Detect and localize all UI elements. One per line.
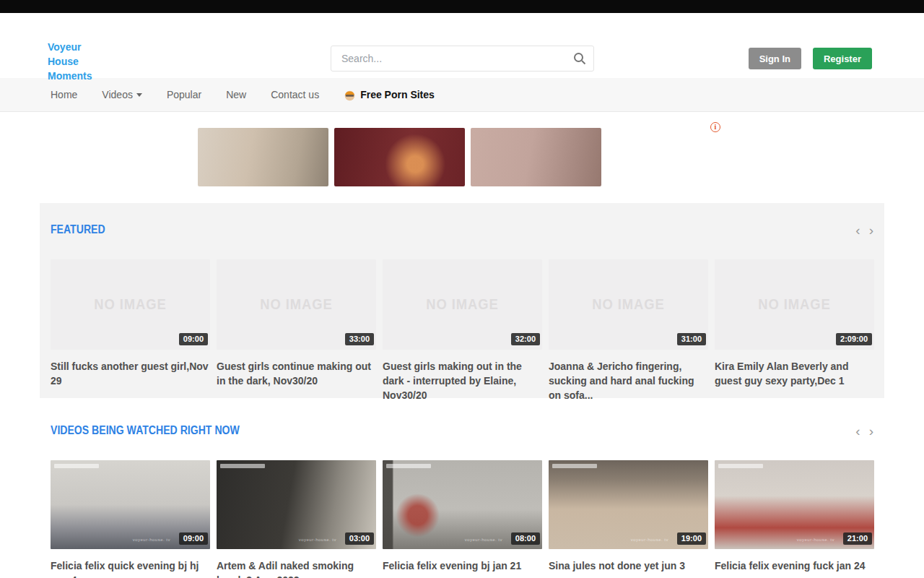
carousel-prev-icon[interactable]: ‹ xyxy=(855,424,860,438)
duration-badge: 08:00 xyxy=(511,532,540,545)
video-title[interactable]: Still fucks another guest girl,Nov 29 xyxy=(51,359,210,388)
video-title[interactable]: Joanna & Jericho fingering, sucking and … xyxy=(549,359,708,402)
thumbnail-watermark: voyeur-house. tv xyxy=(465,538,502,542)
ad-thumbnail-3[interactable] xyxy=(471,128,601,186)
video-title[interactable]: Felicia felix quick evening bj hj nov 4 xyxy=(51,558,210,578)
register-button[interactable]: Register xyxy=(813,48,872,69)
top-black-bar xyxy=(0,0,924,13)
watching-card-5[interactable]: voyeur-house. tv 21:00 Felicia felix eve… xyxy=(715,460,874,578)
video-thumbnail[interactable]: NO IMAGE 33:00 xyxy=(217,259,376,350)
site-header: Voyeur House Moments Sign In Register xyxy=(0,13,924,78)
duration-badge: 32:00 xyxy=(511,333,540,345)
watching-section: VIDEOS BEING WATCHED RIGHT NOW ‹ › voyeu… xyxy=(40,424,884,578)
main-nav: Home Videos Popular New Contact us Free … xyxy=(0,78,924,112)
nav-item-popular[interactable]: Popular xyxy=(167,89,201,100)
video-title[interactable]: Felicia felix evening bj jan 21 xyxy=(383,558,542,573)
video-title[interactable]: Felicia felix evening fuck jan 24 xyxy=(715,558,874,573)
duration-badge: 31:00 xyxy=(677,333,706,345)
nav-promo-label: Free Porn Sites xyxy=(360,89,435,100)
chevron-down-icon xyxy=(136,93,142,97)
thumbnail-watermark: voyeur-house. tv xyxy=(631,538,668,542)
video-thumbnail[interactable]: voyeur-house. tv 19:00 xyxy=(549,460,708,549)
search-box xyxy=(331,46,594,72)
search-icon xyxy=(572,51,587,66)
watching-section-head: VIDEOS BEING WATCHED RIGHT NOW ‹ › xyxy=(51,424,873,437)
video-title[interactable]: Artem & Adil naked smoking break 3 Aug 2… xyxy=(217,558,376,578)
logo-line-2: House xyxy=(48,54,92,69)
nav-item-free-porn-sites[interactable]: Free Porn Sites xyxy=(344,89,435,101)
nav-item-contact-us[interactable]: Contact us xyxy=(271,89,319,100)
no-image-placeholder: NO IMAGE xyxy=(94,296,166,313)
video-thumbnail[interactable]: NO IMAGE 31:00 xyxy=(549,259,708,350)
no-image-placeholder: NO IMAGE xyxy=(260,296,332,313)
auth-buttons: Sign In Register xyxy=(749,48,872,69)
carousel-prev-icon[interactable]: ‹ xyxy=(855,223,860,237)
duration-badge: 2:09:00 xyxy=(836,333,872,345)
duration-badge: 33:00 xyxy=(345,333,374,345)
site-logo[interactable]: Voyeur House Moments xyxy=(48,40,92,83)
video-thumbnail[interactable]: voyeur-house. tv 03:00 xyxy=(217,460,376,549)
no-image-placeholder: NO IMAGE xyxy=(426,296,498,313)
thumbnail-watermark: voyeur-house. tv xyxy=(797,538,834,542)
duration-badge: 09:00 xyxy=(179,532,208,545)
search-button[interactable] xyxy=(572,51,587,66)
carousel-next-icon[interactable]: › xyxy=(869,424,873,438)
featured-section: FEATURED ‹ › NO IMAGE 09:00 Still fucks … xyxy=(40,203,884,398)
watching-section-title: VIDEOS BEING WATCHED RIGHT NOW xyxy=(51,424,240,437)
video-thumbnail[interactable]: NO IMAGE 2:09:00 xyxy=(715,259,874,350)
featured-card-1[interactable]: NO IMAGE 09:00 Still fucks another guest… xyxy=(51,259,210,402)
featured-card-4[interactable]: NO IMAGE 31:00 Joanna & Jericho fingerin… xyxy=(549,259,708,402)
watching-carousel-nav: ‹ › xyxy=(855,424,873,438)
duration-badge: 21:00 xyxy=(843,532,872,545)
nav-item-home[interactable]: Home xyxy=(51,89,77,100)
featured-section-title: FEATURED xyxy=(51,223,105,236)
thumbnail-watermark: voyeur-house. tv xyxy=(133,538,170,542)
video-thumbnail[interactable]: NO IMAGE 32:00 xyxy=(383,259,542,350)
ad-banner: i xyxy=(198,128,724,186)
no-image-placeholder: NO IMAGE xyxy=(592,296,664,313)
watching-card-3[interactable]: voyeur-house. tv 08:00 Felicia felix eve… xyxy=(383,460,542,578)
duration-badge: 09:00 xyxy=(179,333,208,345)
video-title[interactable]: Guest girls making out in the dark - int… xyxy=(383,359,542,402)
ad-info-icon[interactable]: i xyxy=(710,122,720,132)
ad-tiles xyxy=(198,128,724,186)
nav-item-videos[interactable]: Videos xyxy=(102,89,142,100)
nav-item-new[interactable]: New xyxy=(226,89,246,100)
featured-card-5[interactable]: NO IMAGE 2:09:00 Kira Emily Alan Beverly… xyxy=(715,259,874,402)
featured-card-3[interactable]: NO IMAGE 32:00 Guest girls making out in… xyxy=(383,259,542,402)
watching-card-1[interactable]: voyeur-house. tv 09:00 Felicia felix qui… xyxy=(51,460,210,578)
video-thumbnail[interactable]: voyeur-house. tv 21:00 xyxy=(715,460,874,549)
nav-item-videos-label: Videos xyxy=(102,89,133,100)
sign-in-button[interactable]: Sign In xyxy=(749,48,801,69)
watching-cards-row: voyeur-house. tv 09:00 Felicia felix qui… xyxy=(51,460,873,578)
video-title[interactable]: Kira Emily Alan Beverly and guest guy se… xyxy=(715,359,874,388)
video-thumbnail[interactable]: voyeur-house. tv 08:00 xyxy=(383,460,542,549)
featured-carousel-nav: ‹ › xyxy=(855,223,873,237)
watching-card-2[interactable]: voyeur-house. tv 03:00 Artem & Adil nake… xyxy=(217,460,376,578)
ad-thumbnail-1[interactable] xyxy=(198,128,328,186)
logo-line-3: Moments xyxy=(48,69,92,83)
featured-section-head: FEATURED ‹ › xyxy=(51,203,873,236)
free-porn-sites-favicon-icon xyxy=(344,89,356,101)
ad-thumbnail-2[interactable] xyxy=(334,128,465,186)
featured-card-2[interactable]: NO IMAGE 33:00 Guest girls continue maki… xyxy=(217,259,376,402)
logo-line-1: Voyeur xyxy=(48,40,92,54)
no-image-placeholder: NO IMAGE xyxy=(758,296,830,313)
video-thumbnail[interactable]: voyeur-house. tv 09:00 xyxy=(51,460,210,549)
duration-badge: 19:00 xyxy=(677,532,706,545)
video-title[interactable]: Sina jules not done yet jun 3 xyxy=(549,558,708,573)
duration-badge: 03:00 xyxy=(345,532,374,545)
featured-cards-row: NO IMAGE 09:00 Still fucks another guest… xyxy=(51,259,873,402)
watching-card-4[interactable]: voyeur-house. tv 19:00 Sina jules not do… xyxy=(549,460,708,578)
search-input[interactable] xyxy=(331,46,594,72)
carousel-next-icon[interactable]: › xyxy=(869,223,873,237)
thumbnail-watermark: voyeur-house. tv xyxy=(299,538,336,542)
video-thumbnail[interactable]: NO IMAGE 09:00 xyxy=(51,259,210,350)
video-title[interactable]: Guest girls continue making out in the d… xyxy=(217,359,376,388)
